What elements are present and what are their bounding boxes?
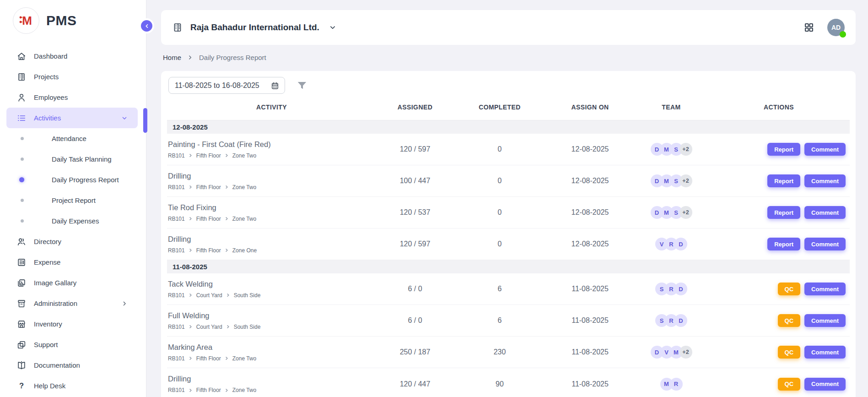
- sidebar-item-projects[interactable]: Projects: [0, 66, 146, 87]
- sidebar-item-image-gallary[interactable]: Image Gallary: [0, 272, 146, 293]
- sidebar-item-label: Daily Expenses: [52, 217, 99, 225]
- date-range-input[interactable]: 11-08-2025 to 16-08-2025: [168, 77, 285, 94]
- activity-title: Drilling: [167, 235, 376, 244]
- assigned-value: 100 / 447: [376, 177, 454, 185]
- sidebar-item-directory[interactable]: Directory: [0, 231, 146, 252]
- group-date-label: 11-08-2025: [173, 263, 207, 271]
- chevron-right-icon: [225, 248, 229, 252]
- table-row: DrillingRB101Fifth FloorZone One120 / 59…: [167, 228, 850, 260]
- sidebar-collapse-button[interactable]: [139, 18, 154, 33]
- report-button[interactable]: Report: [767, 143, 800, 156]
- svg-text:?: ?: [19, 381, 24, 390]
- qc-button[interactable]: QC: [778, 283, 801, 295]
- assign-on-date: 11-08-2025: [545, 348, 635, 356]
- team-extra-count[interactable]: +2: [679, 206, 692, 219]
- person-icon: [16, 92, 27, 103]
- team-cell: DMS+2: [635, 174, 708, 187]
- team-member-avatar[interactable]: D: [674, 238, 687, 250]
- comment-button[interactable]: Comment: [804, 238, 846, 250]
- path-segment: Zone Two: [232, 216, 256, 222]
- chevron-right-icon: [225, 153, 229, 158]
- sidebar-item-inventory[interactable]: Inventory: [0, 314, 146, 334]
- sidebar-item-label: Activities: [34, 114, 61, 122]
- chevron-right-icon: [189, 325, 193, 329]
- user-avatar[interactable]: AD: [827, 19, 845, 36]
- qc-button[interactable]: QC: [778, 378, 801, 391]
- report-button[interactable]: Report: [767, 238, 800, 250]
- sidebar-item-label: Image Gallary: [34, 279, 76, 287]
- completed-value: 230: [454, 348, 545, 356]
- comment-button[interactable]: Comment: [804, 314, 846, 327]
- team-extra-count[interactable]: +2: [679, 346, 692, 359]
- team-member-avatar[interactable]: R: [670, 378, 683, 391]
- completed-value: 0: [454, 240, 545, 248]
- bullet-icon: [21, 199, 24, 202]
- sidebar-item-employees[interactable]: Employees: [0, 87, 146, 108]
- store-icon: [16, 319, 27, 329]
- completed-value: 6: [454, 285, 545, 293]
- sidebar-item-label: Dashboard: [34, 52, 67, 60]
- sidebar-item-daily-progress-report[interactable]: Daily Progress Report: [0, 169, 146, 190]
- path-segment: Zone Two: [232, 387, 256, 393]
- qc-button[interactable]: QC: [778, 346, 801, 359]
- sidebar-item-expense[interactable]: Expense: [0, 252, 146, 272]
- column-header-actions: ACTIONS: [708, 103, 850, 111]
- sidebar-item-label: Help Desk: [34, 382, 65, 390]
- sidebar-item-activities[interactable]: Activities: [6, 108, 138, 128]
- team-avatar-group: DMS+2: [651, 206, 692, 219]
- sidebar-item-daily-expenses[interactable]: Daily Expenses: [0, 211, 146, 231]
- sidebar-item-dashboard[interactable]: Dashboard: [0, 46, 146, 66]
- activity-title: Tie Rod Fixing: [167, 203, 376, 212]
- sidebar-item-label: Inventory: [34, 320, 62, 328]
- breadcrumb: Home Daily Progress Report: [163, 54, 266, 61]
- sidebar-item-administration[interactable]: Administration: [0, 293, 146, 314]
- team-member-avatar[interactable]: D: [674, 314, 687, 327]
- logo-mark: M: [13, 7, 39, 34]
- sidebar-item-label: Projects: [34, 73, 59, 81]
- sidebar-item-project-report[interactable]: Project Report: [0, 190, 146, 211]
- sidebar-item-support[interactable]: Support: [0, 334, 146, 355]
- activity-location-path: RB101Fifth FloorZone Two: [167, 184, 376, 190]
- comment-button[interactable]: Comment: [804, 346, 846, 359]
- team-cell: SRD: [635, 314, 708, 327]
- sidebar-item-daily-task-planning[interactable]: Daily Task Planning: [0, 149, 146, 169]
- actions-cell: ReportComment: [708, 238, 850, 250]
- svg-text:M: M: [22, 14, 32, 27]
- comment-button[interactable]: Comment: [804, 378, 846, 391]
- grid-apps-icon[interactable]: [803, 22, 814, 33]
- filter-funnel-icon[interactable]: [296, 80, 308, 92]
- actions-cell: QCComment: [708, 314, 850, 327]
- table-row: Marking AreaRB101Fifth FloorZone Two250 …: [167, 337, 850, 368]
- path-segment: RB101: [168, 387, 185, 393]
- activity-cell: DrillingRB101Fifth FloorZone Two: [167, 375, 376, 393]
- sidebar-item-label: Daily Progress Report: [52, 176, 119, 184]
- team-member-avatar[interactable]: D: [674, 283, 687, 295]
- sidebar-item-attendance[interactable]: Attendance: [0, 128, 146, 149]
- activity-cell: Full WeldingRB101Court YardSouth Side: [167, 311, 376, 330]
- qc-button[interactable]: QC: [778, 314, 801, 327]
- comment-button[interactable]: Comment: [804, 174, 846, 187]
- breadcrumb-home-link[interactable]: Home: [163, 54, 181, 61]
- chevron-right-icon: [189, 388, 193, 392]
- report-button[interactable]: Report: [767, 174, 800, 187]
- sidebar-item-help-desk[interactable]: ?Help Desk: [0, 375, 146, 396]
- column-header-assign-on: ASSIGN ON: [545, 103, 635, 111]
- chevron-right-icon: [225, 356, 229, 360]
- report-button[interactable]: Report: [767, 206, 800, 219]
- chevron-right-icon: [187, 54, 193, 60]
- comment-button[interactable]: Comment: [804, 143, 846, 156]
- company-selector[interactable]: Raja Bahadur International Ltd.: [172, 22, 337, 33]
- comment-button[interactable]: Comment: [804, 283, 846, 295]
- path-segment: Fifth Floor: [196, 247, 221, 254]
- team-extra-count[interactable]: +2: [679, 143, 692, 156]
- assigned-value: 120 / 537: [376, 208, 454, 217]
- activity-title: Drilling: [167, 172, 376, 180]
- chevron-right-icon: [189, 248, 193, 252]
- sidebar-item-documentation[interactable]: Documentation: [0, 355, 146, 375]
- actions-cell: ReportComment: [708, 174, 850, 187]
- activity-location-path: RB101Court YardSouth Side: [167, 324, 376, 330]
- team-cell: DMS+2: [635, 143, 708, 156]
- team-extra-count[interactable]: +2: [679, 174, 692, 187]
- path-segment: Zone One: [232, 247, 257, 254]
- comment-button[interactable]: Comment: [804, 206, 846, 219]
